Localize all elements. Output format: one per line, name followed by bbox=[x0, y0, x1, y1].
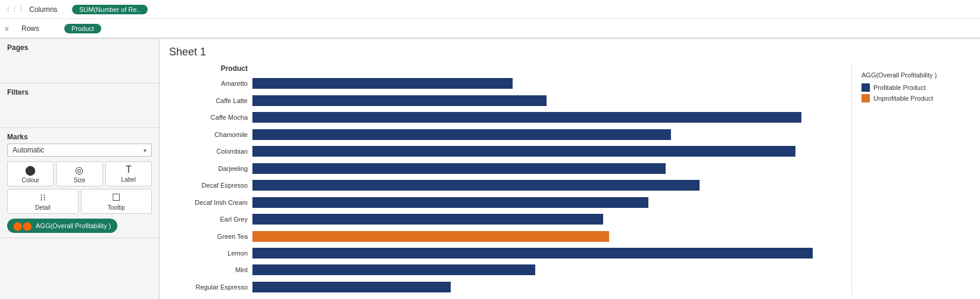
marks-grid-row2: ⁝⁝ Detail ☐ Tooltip bbox=[7, 189, 152, 214]
bar[interactable] bbox=[252, 180, 700, 191]
rows-pill[interactable]: Product bbox=[64, 24, 101, 33]
tooltip-label: Tooltip bbox=[108, 204, 125, 211]
agg-pill[interactable]: ⬤⬤ AGG(Overall Profitability ) bbox=[7, 219, 117, 233]
bar[interactable] bbox=[252, 146, 795, 157]
marks-type-dropdown[interactable]: Automatic ▾ bbox=[7, 144, 152, 157]
bar[interactable] bbox=[252, 163, 666, 174]
bar[interactable] bbox=[252, 112, 801, 123]
bar-container bbox=[252, 111, 847, 124]
size-button[interactable]: ◎ Size bbox=[56, 161, 102, 186]
legend-title: AGG(Overall Profitability ) bbox=[862, 71, 961, 79]
bar-container bbox=[252, 179, 847, 192]
marks-type-label: Automatic bbox=[13, 146, 44, 154]
marks-section: Marks Automatic ▾ ⬤ Colour ◎ Size T Labe… bbox=[0, 128, 159, 238]
pages-section: Pages bbox=[0, 39, 159, 83]
bar-container bbox=[252, 247, 847, 260]
marks-grid: ⬤ Colour ◎ Size T Label bbox=[7, 161, 152, 186]
pages-content bbox=[7, 54, 152, 78]
size-label: Size bbox=[74, 177, 85, 183]
pages-label: Pages bbox=[7, 43, 152, 52]
legend-item: Unprofitable Product bbox=[862, 94, 961, 102]
detail-icon: ⁝⁝ bbox=[40, 192, 46, 203]
label-label: Label bbox=[121, 176, 136, 183]
product-label: Lemon bbox=[169, 250, 252, 257]
columns-pill[interactable]: SUM(Number of Re.. bbox=[72, 5, 148, 14]
tooltip-button[interactable]: ☐ Tooltip bbox=[81, 189, 152, 214]
bar-row: Caffe Latte bbox=[169, 94, 847, 107]
bar-row: Amaretto bbox=[169, 77, 847, 90]
bar-container bbox=[252, 213, 847, 226]
agg-pill-label: AGG(Overall Profitability ) bbox=[36, 222, 111, 229]
bar[interactable] bbox=[252, 248, 813, 258]
marks-label: Marks bbox=[7, 133, 152, 141]
detail-button[interactable]: ⁝⁝ Detail bbox=[7, 189, 79, 214]
bar-row: Chamomile bbox=[169, 128, 847, 141]
chart-title: Sheet 1 bbox=[169, 46, 970, 58]
product-label: Mint bbox=[169, 266, 252, 273]
bar-container bbox=[252, 281, 847, 294]
bar-container bbox=[252, 263, 847, 276]
bar-row: Colombian bbox=[169, 145, 847, 158]
bar-container bbox=[252, 145, 847, 158]
legend-item-label: Unprofitable Product bbox=[873, 95, 933, 102]
bar-container bbox=[252, 77, 847, 90]
bar[interactable] bbox=[252, 214, 603, 225]
bar[interactable] bbox=[252, 95, 547, 106]
columns-icon: ⋮⋮⋮ bbox=[5, 5, 24, 13]
product-label: Caffe Latte bbox=[169, 97, 252, 104]
chevron-down-icon: ▾ bbox=[143, 147, 146, 154]
bar[interactable] bbox=[252, 129, 671, 140]
main-layout: Pages Filters Marks Automatic ▾ ⬤ Colour… bbox=[0, 39, 980, 299]
bar-row: Caffe Mocha bbox=[169, 111, 847, 124]
bar[interactable] bbox=[252, 78, 513, 89]
bar-row: Regular Espresso bbox=[169, 281, 847, 294]
product-label: Green Tea bbox=[169, 233, 252, 240]
bar-row: Green Tea bbox=[169, 230, 847, 243]
bar-row: Earl Grey bbox=[169, 213, 847, 226]
bar-container bbox=[252, 128, 847, 141]
bar-chart: Product AmarettoCaffe LatteCaffe MochaCh… bbox=[169, 64, 851, 294]
product-label: Chamomile bbox=[169, 131, 252, 138]
colour-label: Colour bbox=[21, 177, 39, 183]
bar-container bbox=[252, 230, 847, 243]
bar-row: Decaf Espresso bbox=[169, 179, 847, 192]
product-label: Darjeeling bbox=[169, 165, 252, 172]
product-label: Colombian bbox=[169, 148, 252, 155]
label-button[interactable]: T Label bbox=[105, 161, 152, 186]
bar[interactable] bbox=[252, 264, 535, 275]
legend-swatch bbox=[862, 94, 870, 102]
filters-label: Filters bbox=[7, 88, 152, 96]
bar[interactable] bbox=[252, 282, 451, 292]
product-label: Regular Espresso bbox=[169, 284, 252, 291]
shelf-area: ⋮⋮⋮ Columns SUM(Number of Re.. ≡ Rows Pr… bbox=[0, 0, 980, 39]
product-label: Amaretto bbox=[169, 80, 252, 87]
tooltip-icon: ☐ bbox=[112, 192, 120, 203]
chart-area: Sheet 1 Product AmarettoCaffe LatteCaffe… bbox=[160, 39, 980, 299]
filters-section: Filters bbox=[0, 83, 159, 128]
colour-button[interactable]: ⬤ Colour bbox=[7, 161, 54, 186]
rows-icon: ≡ bbox=[5, 25, 17, 32]
legend-item-label: Profitable Product bbox=[873, 84, 925, 91]
chart-content: Product AmarettoCaffe LatteCaffe MochaCh… bbox=[169, 64, 970, 294]
bar-container bbox=[252, 162, 847, 175]
sidebar: Pages Filters Marks Automatic ▾ ⬤ Colour… bbox=[0, 39, 160, 299]
detail-label: Detail bbox=[35, 204, 51, 211]
product-label: Decaf Espresso bbox=[169, 182, 252, 189]
bar-row: Lemon bbox=[169, 247, 847, 260]
bar[interactable] bbox=[252, 197, 648, 208]
legend-item: Profitable Product bbox=[862, 83, 961, 92]
filters-content bbox=[7, 99, 152, 123]
bar[interactable] bbox=[252, 231, 609, 242]
product-label: Earl Grey bbox=[169, 216, 252, 223]
size-icon: ◎ bbox=[75, 164, 83, 176]
label-icon: T bbox=[126, 164, 132, 175]
bar-row: Darjeeling bbox=[169, 162, 847, 175]
columns-label: Columns bbox=[29, 5, 65, 14]
columns-shelf: ⋮⋮⋮ Columns SUM(Number of Re.. bbox=[0, 0, 980, 19]
rows-label: Rows bbox=[21, 24, 57, 33]
product-label: Decaf Irish Cream bbox=[169, 199, 252, 206]
product-label: Caffe Mocha bbox=[169, 114, 252, 121]
bar-container bbox=[252, 196, 847, 209]
product-axis-label: Product bbox=[169, 64, 252, 73]
bar-row: Decaf Irish Cream bbox=[169, 196, 847, 209]
